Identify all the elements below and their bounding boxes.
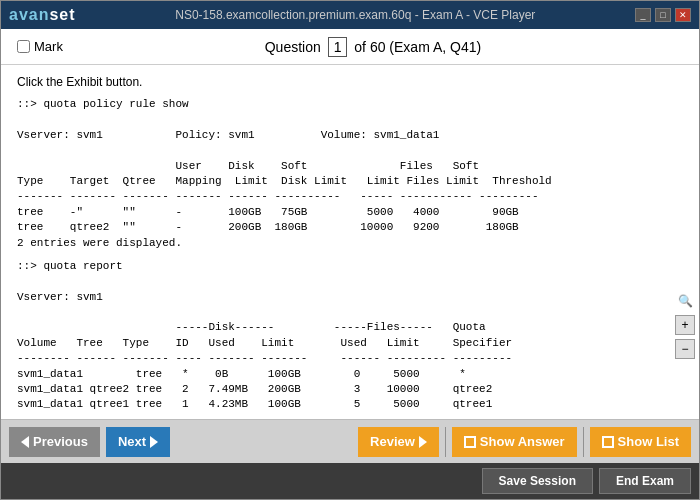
prev-arrow-icon bbox=[21, 436, 29, 448]
minimize-button[interactable]: _ bbox=[635, 8, 651, 22]
mark-label: Mark bbox=[34, 39, 63, 54]
question-header: Mark Question 1 of 60 (Exam A, Q41) bbox=[1, 29, 699, 65]
content-wrapper: Click the Exhibit button. ::> quota poli… bbox=[1, 65, 699, 419]
show-answer-button[interactable]: Show Answer bbox=[452, 427, 577, 457]
question-total: of 60 (Exam A, Q41) bbox=[354, 39, 481, 55]
next-arrow-icon bbox=[150, 436, 158, 448]
review-arrow-icon bbox=[419, 436, 427, 448]
question-info: Question 1 of 60 (Exam A, Q41) bbox=[63, 37, 683, 57]
app-logo: avanset bbox=[9, 6, 76, 24]
code-block-1: ::> quota policy rule show Vserver: svm1… bbox=[17, 97, 683, 251]
window-title: NS0-158.examcollection.premium.exam.60q … bbox=[175, 8, 535, 22]
end-exam-button[interactable]: End Exam bbox=[599, 468, 691, 494]
maximize-button[interactable]: □ bbox=[655, 8, 671, 22]
zoom-in-button[interactable]: + bbox=[675, 315, 695, 335]
question-number: 1 bbox=[328, 37, 348, 57]
previous-button[interactable]: Previous bbox=[9, 427, 100, 457]
close-button[interactable]: ✕ bbox=[675, 8, 691, 22]
code-block-2: ::> quota report Vserver: svm1 -----Disk… bbox=[17, 259, 683, 413]
next-button[interactable]: Next bbox=[106, 427, 170, 457]
search-icon[interactable]: 🔍 bbox=[675, 291, 695, 311]
bottom-bar: Save Session End Exam bbox=[1, 463, 699, 499]
review-divider bbox=[445, 427, 446, 457]
show-list-button[interactable]: Show List bbox=[590, 427, 691, 457]
title-bar: avanset NS0-158.examcollection.premium.e… bbox=[1, 1, 699, 29]
main-content: Click the Exhibit button. ::> quota poli… bbox=[1, 65, 699, 419]
side-buttons: 🔍 + − bbox=[675, 291, 695, 359]
question-label: Question bbox=[265, 39, 321, 55]
review-button[interactable]: Review bbox=[358, 427, 439, 457]
save-session-button[interactable]: Save Session bbox=[482, 468, 593, 494]
window-controls[interactable]: _ □ ✕ bbox=[635, 8, 691, 22]
exhibit-instruction: Click the Exhibit button. bbox=[17, 75, 683, 89]
nav-bar: Previous Next Review Show Answer Show Li… bbox=[1, 419, 699, 463]
zoom-out-button[interactable]: − bbox=[675, 339, 695, 359]
mark-checkbox[interactable]: Mark bbox=[17, 39, 63, 54]
list-icon bbox=[602, 436, 614, 448]
answer-divider bbox=[583, 427, 584, 457]
mark-input[interactable] bbox=[17, 40, 30, 53]
answer-icon bbox=[464, 436, 476, 448]
